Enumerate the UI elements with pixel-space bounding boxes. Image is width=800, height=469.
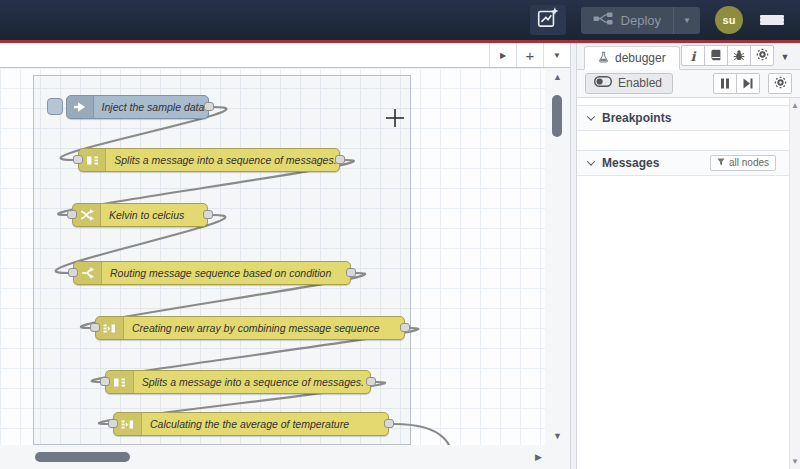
inject-trigger-button[interactable] xyxy=(47,98,63,115)
flow-list-button[interactable]: ▼ xyxy=(543,43,570,67)
add-flow-button[interactable]: + xyxy=(516,43,543,67)
node-output-port[interactable] xyxy=(203,210,213,219)
messages-title: Messages xyxy=(602,156,659,170)
tab-debugger[interactable]: debugger xyxy=(584,46,680,70)
deploy-nodes-icon xyxy=(593,12,613,28)
workspace: ▶+▼ Inject the sample dataSplits a messa… xyxy=(0,43,800,469)
info-button[interactable]: i xyxy=(681,45,705,66)
gear-icon xyxy=(774,75,787,93)
scroll-down-icon[interactable]: ▼ xyxy=(790,457,800,466)
wire[interactable] xyxy=(394,424,454,445)
toggle-icon xyxy=(594,76,612,90)
inject-arrow-icon xyxy=(67,96,94,118)
step-icon xyxy=(743,75,753,93)
canvas-vertical-scrollbar: ▲ ▼ xyxy=(545,68,570,445)
deploy-label: Deploy xyxy=(621,13,661,28)
node-label: Splits a message into a sequence of mess… xyxy=(134,376,370,388)
hamburger-icon xyxy=(760,15,784,26)
info-icon: i xyxy=(691,47,696,65)
horizontal-scroll-thumb[interactable] xyxy=(35,452,130,462)
debugger-settings-button[interactable] xyxy=(768,73,792,94)
tab-debugger-label: debugger xyxy=(615,51,666,65)
node-input-port[interactable] xyxy=(68,268,78,277)
book-button[interactable] xyxy=(704,45,728,66)
message-filter-button[interactable]: all nodes xyxy=(710,155,776,171)
node-red-app: Deploy ▼ su ▶+▼ Inject the sample dataSp… xyxy=(0,0,800,469)
main-menu-button[interactable] xyxy=(758,11,786,30)
join-icon xyxy=(114,413,142,435)
change-shuffle-icon xyxy=(73,204,101,226)
node-input-port[interactable] xyxy=(73,155,83,164)
node-output-port[interactable] xyxy=(366,377,376,386)
flow-editor-column: ▶+▼ Inject the sample dataSplits a messa… xyxy=(0,43,570,469)
flow-node-inject[interactable]: Inject the sample data xyxy=(66,95,209,119)
flow-sparkle-icon xyxy=(536,6,560,34)
flow-node-join[interactable]: Creating new array by combining message … xyxy=(95,316,405,340)
node-label: Inject the sample data xyxy=(94,101,208,113)
chevron-down-icon: ▼ xyxy=(683,16,691,25)
canvas-main: Inject the sample dataSplits a message i… xyxy=(0,68,570,445)
deploy-button-main[interactable]: Deploy xyxy=(581,7,673,34)
flow-canvas[interactable]: Inject the sample dataSplits a message i… xyxy=(0,68,545,445)
message-filter-label: all nodes xyxy=(729,157,769,168)
bug-button[interactable] xyxy=(727,45,751,66)
user-avatar[interactable]: su xyxy=(715,6,743,34)
node-output-port[interactable] xyxy=(400,323,410,332)
debugger-enabled-toggle[interactable]: Enabled xyxy=(585,73,673,94)
node-input-port[interactable] xyxy=(90,323,100,332)
crosshair-cursor xyxy=(386,109,404,127)
pause-button[interactable] xyxy=(713,73,737,94)
node-output-port[interactable] xyxy=(384,419,394,428)
split-icon xyxy=(106,371,134,393)
bug-icon xyxy=(733,47,745,65)
scroll-tabs-right-button[interactable]: ▶ xyxy=(489,43,516,67)
node-label: Splits a message into a sequence of mess… xyxy=(106,154,339,166)
breakpoints-empty-area xyxy=(577,131,800,150)
flow-node-change[interactable]: Kelvin to celcius xyxy=(72,203,208,227)
node-input-port[interactable] xyxy=(108,419,118,428)
chevron-down-icon xyxy=(587,157,595,165)
avatar-initials: su xyxy=(723,14,736,26)
gear-icon xyxy=(756,47,769,65)
breakpoints-title: Breakpoints xyxy=(602,111,671,125)
join-icon xyxy=(96,317,124,339)
deploy-button[interactable]: Deploy ▼ xyxy=(581,7,700,34)
canvas-horizontal-scrollbar: ▶ xyxy=(0,445,570,469)
funnel-icon xyxy=(717,157,725,168)
vertical-scroll-thumb[interactable] xyxy=(552,95,562,137)
chevron-down-icon xyxy=(587,112,595,120)
debugger-toolbar: Enabled xyxy=(577,70,800,98)
debug-sidebar: debugger i ▼ Enabled xyxy=(577,43,800,469)
deploy-options-caret[interactable]: ▼ xyxy=(673,7,700,34)
sidebar-tabs-caret[interactable]: ▼ xyxy=(774,52,796,69)
node-input-port[interactable] xyxy=(67,210,77,219)
scroll-right-icon[interactable]: ▶ xyxy=(535,452,542,462)
node-output-port[interactable] xyxy=(204,102,214,111)
node-label: Calculating the the average of temperatu… xyxy=(142,418,358,430)
scroll-up-icon[interactable]: ▲ xyxy=(545,72,570,82)
scroll-up-icon[interactable]: ▲ xyxy=(790,101,800,110)
gear-button[interactable] xyxy=(750,45,774,66)
sidebar-tab-bar: debugger i ▼ xyxy=(577,43,800,70)
flow-node-split[interactable]: Splits a message into a sequence of mess… xyxy=(78,148,340,172)
scroll-down-icon[interactable]: ▼ xyxy=(545,431,570,441)
flow-node-join[interactable]: Calculating the the average of temperatu… xyxy=(113,412,389,436)
chevron-down-icon: ▼ xyxy=(781,52,790,62)
sidebar-splitter[interactable] xyxy=(570,43,577,469)
messages-section-header[interactable]: Messages all nodes xyxy=(577,150,800,176)
breakpoints-section-header[interactable]: Breakpoints xyxy=(577,105,800,131)
node-label: Kelvin to celcius xyxy=(101,209,193,221)
flow-assistant-button[interactable] xyxy=(530,5,566,35)
node-label: Routing message sequence based on condit… xyxy=(102,267,340,279)
node-output-port[interactable] xyxy=(346,268,356,277)
book-icon xyxy=(710,47,722,65)
split-icon xyxy=(79,149,106,171)
flow-node-split[interactable]: Splits a message into a sequence of mess… xyxy=(105,370,371,394)
step-button[interactable] xyxy=(736,73,760,94)
flask-icon xyxy=(598,51,609,66)
debugger-panel: Breakpoints Messages all nodes ▲ ▼ xyxy=(577,98,800,469)
node-output-port[interactable] xyxy=(335,155,345,164)
flow-node-switch[interactable]: Routing message sequence based on condit… xyxy=(73,261,351,285)
enabled-label: Enabled xyxy=(618,76,662,90)
node-input-port[interactable] xyxy=(100,377,110,386)
